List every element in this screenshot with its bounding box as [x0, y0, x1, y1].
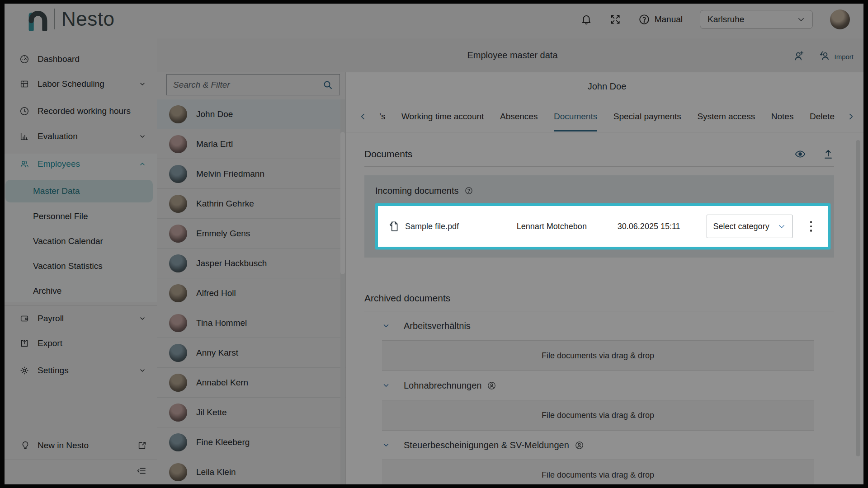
employee-list-panel: John Doe Marla Ertl Melvin Friedmann Kat… — [157, 72, 346, 488]
sidebar-item-personnel-file[interactable]: Personnel File — [0, 206, 157, 226]
chevron-up-icon — [139, 160, 146, 168]
dropzone-steuerbescheinigungen[interactable]: File documents via drag & drop — [382, 460, 814, 488]
sidebar-item-label: Personnel File — [33, 211, 88, 221]
category-arbeitsverhaeltnis[interactable]: Arbeitsverhältnis — [364, 311, 834, 340]
sidebar-item-new-in-nesto[interactable]: New in Nesto — [0, 435, 157, 456]
export-box-icon — [19, 338, 29, 348]
import-label: Import — [834, 53, 854, 62]
list-item[interactable]: Emmely Gens — [157, 219, 345, 249]
sidebar-item-label: Employees — [38, 159, 80, 169]
manual-label: Manual — [655, 14, 683, 24]
list-item[interactable]: Fine Kleeberg — [157, 427, 345, 457]
add-employee-button[interactable] — [793, 49, 805, 62]
list-item[interactable]: Marla Ertl — [157, 129, 345, 159]
document-uploaded-by: Lennart Motchebon — [502, 222, 601, 231]
list-item[interactable]: Jil Kette — [157, 398, 345, 427]
list-scrollbar-thumb[interactable] — [340, 132, 345, 274]
page-title: Employee master data — [157, 38, 868, 72]
list-item[interactable]: John Doe — [157, 99, 345, 129]
category-label: Steuerbescheinigungen & SV-Meldungen — [404, 440, 569, 450]
category-steuerbescheinigungen[interactable]: Steuerbescheinigungen & SV-Meldungen — [364, 431, 834, 460]
import-employees-button[interactable]: Import — [819, 49, 854, 62]
avatar — [169, 404, 187, 422]
user-avatar[interactable] — [830, 9, 850, 29]
help-circle-icon — [638, 14, 650, 25]
sidebar-item-employees[interactable]: Employees — [0, 154, 157, 174]
list-item[interactable]: Melvin Friedmann — [157, 159, 345, 189]
incoming-documents-heading: Incoming documents — [375, 186, 459, 196]
dropzone-arbeitsverhaeltnis[interactable]: File documents via drag & drop — [382, 340, 814, 371]
collapse-sidebar-button[interactable] — [136, 465, 147, 476]
tab-absences[interactable]: Absences — [500, 102, 538, 131]
employee-name: Alfred Holl — [196, 288, 236, 298]
manual-button[interactable]: Manual — [638, 14, 683, 25]
employee-name: Anny Karst — [196, 348, 238, 358]
avatar — [169, 225, 187, 243]
chevron-down-icon — [139, 133, 146, 140]
chevron-down-icon — [382, 322, 390, 330]
category-lohnabrechnungen[interactable]: Lohnabrechnungen — [364, 371, 834, 400]
dropzone-lohnabrechnungen[interactable]: File documents via drag & drop — [382, 400, 814, 431]
sidebar-item-dashboard[interactable]: Dashboard — [0, 49, 157, 69]
clock-icon — [19, 106, 29, 116]
incoming-document-row[interactable]: Sample file.pdf Lennart Motchebon 30.06.… — [378, 206, 828, 247]
notifications-bell-icon[interactable] — [580, 14, 592, 25]
list-item[interactable]: Jasper Hackbusch — [157, 249, 345, 278]
detail-scrollbar-thumb[interactable] — [856, 140, 860, 456]
sidebar-item-payroll[interactable]: Payroll — [0, 309, 157, 328]
avatar — [169, 433, 187, 451]
tab-special-payments[interactable]: Special payments — [613, 102, 681, 131]
dashboard-gauge-icon — [19, 54, 29, 64]
tab-delete[interactable]: Delete — [810, 102, 835, 131]
list-item[interactable]: Leila Klein — [157, 457, 345, 487]
sidebar-item-settings[interactable]: Settings — [0, 361, 157, 380]
sidebar-item-label: Dashboard — [38, 54, 80, 64]
employee-name: John Doe — [196, 109, 233, 119]
tabs-scroll-left-icon[interactable] — [359, 112, 368, 121]
location-select[interactable]: Karlsruhe — [700, 10, 813, 29]
tab-notes[interactable]: Notes — [771, 102, 794, 131]
tab-truncated[interactable]: ’s — [379, 102, 385, 131]
list-item[interactable]: Kathrin Gehrke — [157, 189, 345, 219]
sidebar-item-vacation-statistics[interactable]: Vacation Statistics — [0, 256, 157, 276]
fullscreen-icon[interactable] — [609, 14, 621, 25]
list-item[interactable]: Annabel Kern — [157, 368, 345, 398]
list-item[interactable]: Tina Hommel — [157, 308, 345, 338]
sidebar-item-evaluation[interactable]: Evaluation — [0, 127, 157, 146]
tab-working-time-account[interactable]: Working time account — [401, 102, 484, 131]
gear-icon — [19, 366, 29, 375]
archived-documents-heading: Archived documents — [364, 293, 834, 304]
person-circle-icon — [575, 441, 584, 450]
detail-tabs: ’s Working time account Absences Documen… — [346, 101, 868, 132]
sidebar-item-label: Archive — [33, 286, 61, 296]
row-overflow-menu[interactable] — [804, 215, 818, 238]
sidebar-item-recorded-working-hours[interactable]: Recorded working hours — [0, 101, 157, 121]
search-input[interactable] — [173, 80, 322, 90]
list-item[interactable]: Anny Karst — [157, 338, 345, 368]
sidebar: Dashboard Labor Scheduling Recorded work… — [0, 38, 157, 488]
help-circle-icon[interactable] — [464, 186, 473, 195]
preview-eye-icon[interactable] — [794, 148, 806, 160]
tab-documents[interactable]: Documents — [554, 102, 597, 131]
category-label: Lohnabrechnungen — [404, 380, 481, 391]
sidebar-divider — [0, 460, 157, 460]
tab-system-access[interactable]: System access — [697, 102, 755, 131]
list-item[interactable]: Alfred Holl — [157, 278, 345, 308]
tabs-scroll-right-icon[interactable] — [846, 112, 855, 121]
sidebar-item-vacation-calendar[interactable]: Vacation Calendar — [0, 231, 157, 251]
document-uploaded-at: 30.06.2025 15:11 — [601, 222, 697, 231]
search-icon[interactable] — [322, 80, 333, 90]
category-select[interactable]: Select category — [707, 215, 793, 238]
sidebar-item-master-data[interactable]: Master Data — [5, 180, 153, 202]
sidebar-item-labor-scheduling[interactable]: Labor Scheduling — [0, 74, 157, 94]
sidebar-item-label: Payroll — [38, 314, 64, 324]
upload-icon[interactable] — [822, 148, 834, 160]
employee-detail-panel: John Doe ’s Working time account Absence… — [346, 72, 868, 488]
lightbulb-icon — [20, 441, 30, 450]
dropzone-text: File documents via drag & drop — [542, 351, 654, 361]
sidebar-item-archive[interactable]: Archive — [0, 281, 157, 301]
sidebar-item-export[interactable]: Export — [0, 333, 157, 353]
app-window: Nesto Manual Karlsruhe — [0, 0, 868, 488]
chevron-down-icon — [382, 441, 390, 449]
employees-people-icon — [19, 159, 29, 169]
